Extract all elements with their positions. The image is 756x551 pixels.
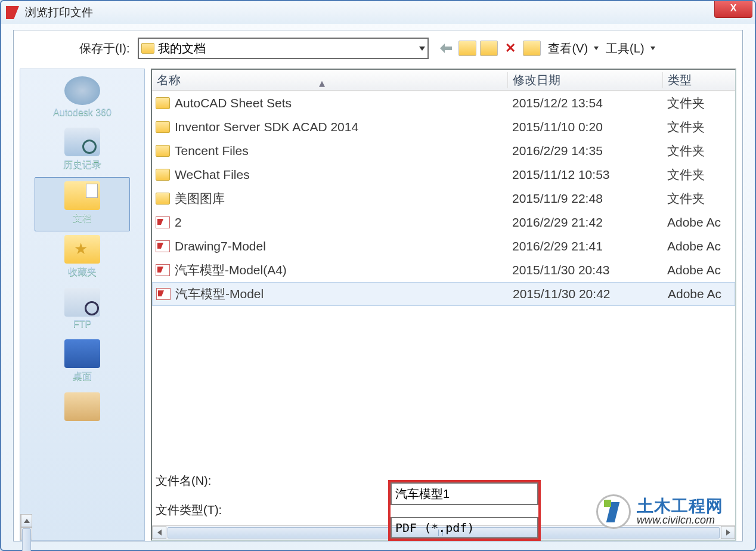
- folder-icon: [141, 43, 154, 54]
- file-date: 2016/2/29 21:41: [507, 239, 662, 253]
- file-name: Drawing7-Model: [175, 239, 266, 253]
- file-row[interactable]: AutoCAD Sheet Sets2015/12/2 13:54文件夹: [152, 91, 735, 115]
- sidebar-item-more[interactable]: [20, 389, 144, 429]
- watermark-cn: 土木工程网: [637, 497, 723, 515]
- sidebar-scrollbar[interactable]: [20, 514, 32, 540]
- file-name: AutoCAD Sheet Sets: [175, 96, 292, 110]
- savein-label: 保存于(I):: [79, 41, 129, 57]
- column-name[interactable]: 名称: [152, 72, 507, 88]
- folder-icon: [156, 169, 170, 181]
- filename-label: 文件名(N):: [156, 473, 239, 489]
- location-row: 保存于(I): 我的文档 ✕ 查看(V) 工具(L): [14, 30, 742, 67]
- open-folder-button[interactable]: [458, 41, 476, 56]
- file-row[interactable]: 22016/2/29 21:42Adobe Ac: [152, 211, 735, 234]
- file-date: 2015/11/12 10:53: [507, 168, 662, 182]
- column-type[interactable]: 类型: [662, 72, 735, 88]
- sidebar-item-ftp[interactable]: FTP: [20, 284, 144, 336]
- file-date: 2015/11/9 22:48: [507, 191, 662, 206]
- pdf-icon: [156, 216, 170, 228]
- file-date: 2015/11/30 20:43: [507, 263, 662, 277]
- file-list-header: 名称 修改日期 类型: [152, 70, 735, 91]
- sidebar-item-favorites[interactable]: 收藏夹: [20, 231, 144, 284]
- file-type: 文件夹: [662, 143, 735, 159]
- dialog-body: 保存于(I): 我的文档 ✕ 查看(V) 工具(L): [13, 30, 743, 541]
- file-name: 汽车模型-Model(A4): [175, 262, 287, 278]
- filetype-select[interactable]: PDF (*.pdf): [391, 517, 538, 538]
- new-folder-button[interactable]: [523, 41, 541, 56]
- history-icon: [64, 128, 100, 156]
- search-button[interactable]: [480, 41, 498, 56]
- scroll-up-button[interactable]: [21, 514, 32, 527]
- file-type: Adobe Ac: [663, 287, 735, 301]
- sidebar-item-history[interactable]: 历史记录: [20, 124, 144, 177]
- sidebar-item-label: 桌面: [20, 370, 144, 383]
- file-type: 文件夹: [662, 166, 735, 183]
- filename-input[interactable]: 汽车模型1: [391, 482, 538, 505]
- app-icon: [6, 6, 19, 19]
- file-name: 2: [175, 215, 182, 230]
- sidebar-item-documents[interactable]: 文档: [35, 177, 130, 231]
- sidebar-item-label: 收藏夹: [20, 266, 144, 278]
- pdf-icon: [156, 240, 170, 252]
- file-type: 文件夹: [662, 119, 735, 135]
- delete-button[interactable]: ✕: [501, 41, 519, 56]
- file-row[interactable]: 汽车模型-Model2015/11/30 20:42Adobe Ac: [152, 282, 735, 306]
- folder-icon: [156, 121, 170, 133]
- watermark-url: www.civilcn.com: [637, 515, 723, 526]
- column-date[interactable]: 修改日期: [507, 72, 662, 88]
- location-value: 我的文档: [158, 41, 416, 57]
- toolbar-icons: ✕: [437, 41, 541, 56]
- file-name: Inventor Server SDK ACAD 2014: [175, 120, 358, 134]
- sidebar-item-label: Autodesk 360: [20, 107, 144, 118]
- window-title: 浏览打印文件: [25, 5, 93, 20]
- file-row[interactable]: WeChat Files2015/11/12 10:53文件夹: [152, 163, 735, 187]
- sidebar-item-label: 历史记录: [20, 159, 144, 171]
- pdf-icon: [156, 264, 170, 276]
- watermark-logo-icon: [596, 494, 631, 529]
- sidebar-inner: Autodesk 360 历史记录 文档 收藏夹: [20, 69, 144, 514]
- file-type: 文件夹: [662, 95, 735, 112]
- file-row[interactable]: Tencent Files2016/2/29 14:35文件夹: [152, 139, 735, 163]
- file-type: Adobe Ac: [662, 215, 735, 230]
- file-type: Adobe Ac: [662, 263, 735, 277]
- back-button[interactable]: [437, 41, 455, 56]
- file-name: 美图图库: [175, 190, 225, 207]
- tools-menu[interactable]: 工具(L): [606, 41, 655, 57]
- file-date: 2015/12/2 13:54: [507, 96, 662, 110]
- places-sidebar: Autodesk 360 历史记录 文档 收藏夹: [20, 69, 145, 541]
- desktop-icon: [64, 339, 100, 368]
- box-icon: [64, 392, 100, 421]
- sidebar-item-autodesk360[interactable]: Autodesk 360: [20, 73, 144, 124]
- main-area: Autodesk 360 历史记录 文档 收藏夹: [14, 69, 742, 541]
- folder-icon: [156, 97, 170, 109]
- folder-icon: [156, 193, 170, 205]
- dialog-window: 浏览打印文件 X 保存于(I): 我的文档 ✕ 查看(V): [0, 0, 756, 551]
- file-date: 2015/11/30 20:42: [508, 287, 663, 301]
- close-button[interactable]: X: [714, 1, 752, 18]
- file-date: 2016/2/29 14:35: [507, 144, 662, 158]
- file-date: 2015/11/10 0:20: [507, 120, 662, 134]
- file-row[interactable]: Inventor Server SDK ACAD 20142015/11/10 …: [152, 115, 735, 139]
- chevron-down-icon: [419, 47, 425, 51]
- file-row[interactable]: Drawing7-Model2016/2/29 21:41Adobe Ac: [152, 234, 735, 258]
- file-name: 汽车模型-Model: [175, 286, 264, 302]
- sidebar-item-label: FTP: [20, 319, 144, 330]
- view-menu[interactable]: 查看(V): [548, 41, 599, 57]
- file-date: 2016/2/29 21:42: [507, 215, 662, 230]
- titlebar: 浏览打印文件 X: [1, 1, 755, 24]
- file-name: WeChat Files: [175, 168, 250, 182]
- pdf-icon: [156, 288, 171, 300]
- location-combo[interactable]: 我的文档: [138, 38, 429, 59]
- file-type: Adobe Ac: [662, 239, 735, 253]
- tools-menu-label: 工具(L): [606, 41, 644, 57]
- file-row[interactable]: 汽车模型-Model(A4)2015/11/30 20:43Adobe Ac: [152, 258, 735, 282]
- folder-icon: [156, 145, 170, 157]
- ftp-icon: [64, 288, 100, 317]
- scroll-thumb[interactable]: [22, 528, 31, 551]
- filetype-label: 文件类型(T):: [156, 502, 239, 518]
- bottom-fields: 文件名(N): 文件类型(T): 汽车模型1 PDF (*.pdf): [151, 463, 733, 541]
- sidebar-item-desktop[interactable]: 桌面: [20, 336, 144, 389]
- autodesk-icon: [64, 76, 100, 105]
- documents-icon: [64, 181, 100, 210]
- file-row[interactable]: 美图图库2015/11/9 22:48文件夹: [152, 187, 735, 211]
